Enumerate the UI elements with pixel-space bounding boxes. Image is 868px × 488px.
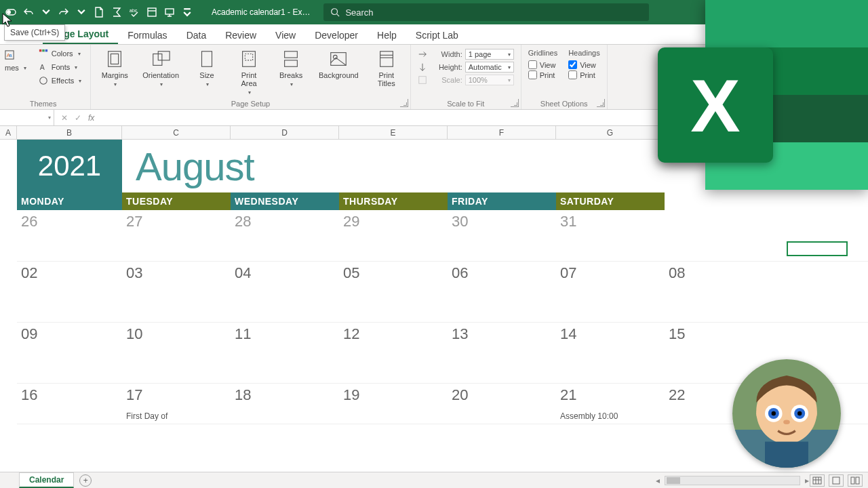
name-box[interactable]: [0, 110, 54, 125]
table-row: 02 03 04 05 06 07 08: [17, 262, 868, 323]
autosum-icon[interactable]: [108, 4, 125, 20]
search-box[interactable]: Search: [323, 3, 649, 21]
size-button[interactable]: Size▾: [190, 47, 224, 90]
svg-point-55: [756, 407, 765, 420]
redo-button[interactable]: [56, 4, 72, 20]
fonts-button[interactable]: AFonts▾: [37, 61, 80, 73]
group-label-page-setup: Page Setup: [98, 100, 403, 108]
tab-view[interactable]: View: [266, 26, 305, 44]
effects-button[interactable]: Effects▾: [37, 75, 83, 87]
themes-dropdown[interactable]: mes▾: [3, 62, 28, 73]
table-row: 26 27 28 29 30 31: [17, 210, 868, 262]
sheet-options-launcher[interactable]: [597, 99, 605, 107]
print-area-button[interactable]: Print Area▾: [232, 47, 266, 97]
group-label-sheet-options: Sheet Options: [528, 100, 600, 108]
svg-rect-16: [39, 49, 42, 52]
svg-point-50: [772, 411, 776, 415]
tab-formulas[interactable]: Formulas: [118, 26, 176, 44]
headings-view-checkbox[interactable]: View: [568, 60, 596, 69]
qat-customize-dropdown[interactable]: [179, 4, 195, 20]
height-label: Height:: [430, 63, 462, 71]
presentation-icon[interactable]: [161, 4, 178, 20]
document-title: Academic calendar1 - Ex…: [212, 7, 310, 17]
print-titles-button[interactable]: Print Titles: [370, 47, 403, 89]
col-a[interactable]: A: [0, 126, 17, 139]
page-setup-launcher[interactable]: [400, 99, 408, 107]
add-sheet-button[interactable]: +: [79, 474, 92, 487]
group-label-themes: Themes: [3, 100, 83, 108]
svg-rect-5: [165, 9, 174, 14]
svg-rect-17: [42, 49, 45, 52]
accept-formula-icon[interactable]: ✓: [75, 113, 81, 123]
undo-button[interactable]: [20, 4, 37, 20]
table-row: 09 10 11 12 13 14 15: [17, 323, 868, 384]
col-d[interactable]: D: [231, 126, 339, 139]
svg-rect-32: [380, 52, 393, 67]
headings-header: Headings: [568, 49, 599, 57]
avatar: [732, 359, 841, 468]
page-break-view-icon[interactable]: [848, 474, 863, 487]
svg-text:abc: abc: [130, 8, 138, 13]
gridlines-header: Gridlines: [528, 49, 557, 57]
horizontal-scrollbar[interactable]: ◂▸: [665, 476, 800, 485]
background-button[interactable]: Background: [316, 47, 361, 81]
selected-cell[interactable]: [787, 241, 848, 256]
group-page-setup: Margins▾ Orientation▾ Size▾ Print Area▾ …: [91, 45, 411, 109]
fx-icon[interactable]: fx: [88, 113, 94, 123]
themes-button[interactable]: Aa: [3, 49, 16, 61]
calendar-year: 2021: [17, 140, 122, 192]
gridlines-view-checkbox[interactable]: View: [528, 60, 556, 69]
svg-text:a: a: [9, 52, 12, 58]
svg-rect-44: [856, 477, 859, 484]
svg-rect-3: [148, 8, 156, 16]
sheet-tab-calendar[interactable]: Calendar: [19, 472, 74, 488]
cursor-icon: [1, 12, 15, 31]
svg-rect-35: [419, 77, 427, 84]
orientation-button[interactable]: Orientation▾: [140, 47, 182, 90]
col-c[interactable]: C: [122, 126, 231, 139]
svg-rect-25: [202, 52, 212, 67]
height-combo[interactable]: Automatic▾: [465, 62, 514, 73]
width-combo[interactable]: 1 page▾: [465, 49, 514, 60]
svg-rect-22: [111, 54, 119, 64]
col-g[interactable]: G: [556, 126, 665, 139]
svg-point-20: [40, 77, 47, 85]
margins-button[interactable]: Margins▾: [98, 47, 132, 90]
excel-logo-overlay: X: [658, 0, 868, 197]
col-e[interactable]: E: [339, 126, 448, 139]
svg-rect-18: [45, 49, 47, 52]
col-b[interactable]: B: [17, 126, 122, 139]
spellcheck-icon[interactable]: abc: [126, 4, 142, 20]
tab-script-lab[interactable]: Script Lab: [406, 26, 468, 44]
redo-dropdown[interactable]: [73, 4, 90, 20]
tab-help[interactable]: Help: [368, 26, 406, 44]
cancel-formula-icon[interactable]: ✕: [61, 113, 68, 123]
undo-dropdown[interactable]: [38, 4, 54, 20]
group-sheet-options: Gridlines View Print Headings View Print…: [521, 45, 608, 109]
normal-view-icon[interactable]: [810, 474, 825, 487]
quick-access-toolbar: abc: [0, 4, 198, 20]
new-file-icon[interactable]: [91, 4, 107, 20]
tab-review[interactable]: Review: [216, 26, 266, 44]
svg-rect-23: [153, 54, 162, 66]
col-f[interactable]: F: [448, 126, 556, 139]
scale-launcher[interactable]: [511, 99, 519, 107]
page-layout-view-icon[interactable]: [829, 474, 844, 487]
gridlines-print-checkbox[interactable]: Print: [528, 70, 555, 79]
form-icon[interactable]: [144, 4, 160, 20]
tab-data[interactable]: Data: [177, 26, 216, 44]
headings-print-checkbox[interactable]: Print: [568, 70, 595, 79]
svg-point-53: [797, 411, 802, 415]
search-placeholder: Search: [345, 7, 373, 18]
tab-developer[interactable]: Developer: [305, 26, 368, 44]
scale-label: Scale:: [430, 76, 462, 84]
svg-point-7: [332, 9, 338, 15]
svg-rect-24: [158, 52, 170, 60]
svg-line-8: [337, 14, 340, 17]
breaks-button[interactable]: Breaks▾: [274, 47, 308, 90]
colors-button[interactable]: Colors▾: [37, 47, 83, 60]
svg-rect-29: [285, 60, 298, 66]
width-label: Width:: [430, 50, 462, 58]
group-themes: Aa mes▾ Colors▾ AFonts▾ Effects▾ Themes: [0, 45, 91, 109]
svg-rect-57: [765, 442, 808, 468]
